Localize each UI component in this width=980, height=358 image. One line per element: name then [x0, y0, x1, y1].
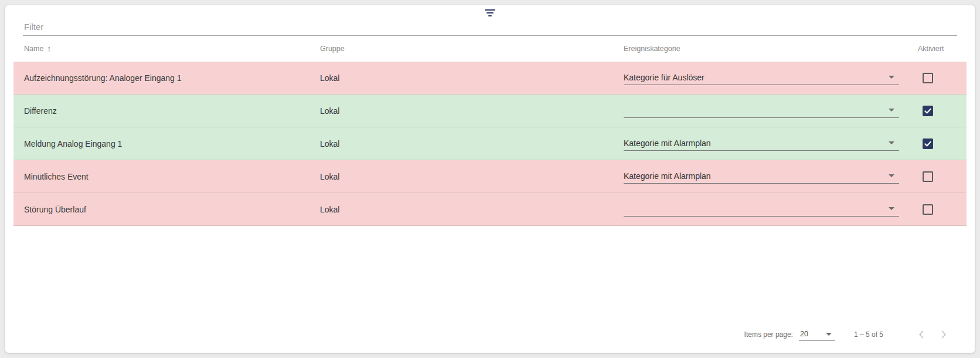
table-row: Aufzeichnungsstörung: Analoger Eingang 1…: [13, 62, 967, 94]
aktiviert-checkbox[interactable]: [923, 106, 933, 116]
column-header-name[interactable]: Name ↑: [24, 44, 320, 53]
chevron-left-icon: [915, 328, 928, 341]
paginator: Items per page: 20 1 – 5 of 5: [5, 316, 975, 353]
aktiviert-cell: [911, 171, 967, 182]
name-cell: Meldung Analog Eingang 1: [24, 139, 320, 148]
aktiviert-cell: [911, 139, 967, 149]
kategorie-cell: Kategorie mit Alarmplan: [624, 137, 911, 151]
name-cell: Minütliches Event: [24, 172, 320, 181]
chevron-down-icon: [826, 333, 832, 336]
aktiviert-cell: [911, 73, 967, 83]
table-body: Aufzeichnungsstörung: Analoger Eingang 1…: [13, 62, 967, 226]
table-row: Minütliches Event Lokal Kategorie mit Al…: [13, 160, 967, 193]
select-value: Kategorie mit Alarmplan: [624, 170, 899, 183]
table-row: Meldung Analog Eingang 1 Lokal Kategorie…: [13, 127, 967, 160]
ereigniskategorie-select[interactable]: Kategorie für Auslöser: [624, 71, 899, 85]
gruppe-cell: Lokal: [320, 205, 624, 214]
chevron-down-icon: [889, 174, 894, 177]
table-card: Name ↑ Gruppe Ereigniskategorie Aktivier…: [5, 5, 975, 353]
check-icon: [924, 140, 932, 148]
chevron-down-icon: [889, 109, 894, 112]
next-page-button[interactable]: [933, 323, 955, 346]
column-header-ereigniskategorie[interactable]: Ereigniskategorie: [624, 45, 911, 53]
aktiviert-checkbox[interactable]: [923, 171, 933, 182]
range-label: 1 – 5 of 5: [854, 330, 883, 339]
name-cell: Differenz: [24, 106, 320, 116]
page-size-select[interactable]: 20: [799, 328, 835, 341]
toolbar: [5, 5, 975, 18]
kategorie-cell: Kategorie für Auslöser: [624, 71, 911, 85]
chevron-down-icon: [889, 207, 894, 210]
column-label: Aktiviert: [918, 45, 944, 53]
ereigniskategorie-select[interactable]: [624, 202, 899, 217]
items-per-page-label: Items per page:: [744, 330, 793, 339]
kategorie-cell: Kategorie mit Alarmplan: [624, 170, 911, 184]
name-cell: Aufzeichnungsstörung: Analoger Eingang 1: [24, 73, 320, 83]
ereigniskategorie-select[interactable]: [624, 104, 899, 118]
select-value: Kategorie für Auslöser: [624, 71, 899, 84]
gruppe-cell: Lokal: [320, 139, 624, 148]
aktiviert-cell: [911, 106, 967, 116]
column-label: Ereigniskategorie: [624, 45, 680, 53]
kategorie-cell: [624, 104, 911, 118]
aktiviert-cell: [911, 204, 967, 215]
select-value: Kategorie mit Alarmplan: [624, 137, 899, 150]
table-row: Störung Überlauf Lokal: [13, 193, 967, 226]
aktiviert-checkbox[interactable]: [923, 204, 933, 215]
aktiviert-checkbox[interactable]: [923, 139, 933, 149]
name-cell: Störung Überlauf: [24, 205, 320, 214]
aktiviert-checkbox[interactable]: [923, 73, 933, 83]
check-icon: [924, 107, 932, 115]
empty-space: [5, 226, 975, 316]
column-label: Gruppe: [320, 45, 345, 53]
previous-page-button[interactable]: [910, 323, 933, 346]
filter-list-icon[interactable]: [484, 9, 496, 17]
column-label: Name: [24, 45, 43, 53]
chevron-right-icon: [937, 328, 950, 341]
sort-asc-icon: ↑: [47, 44, 51, 53]
gruppe-cell: Lokal: [320, 73, 624, 83]
page-size-value: 20: [799, 330, 808, 338]
table-header: Name ↑ Gruppe Ereigniskategorie Aktivier…: [13, 36, 967, 62]
table-row: Differenz Lokal: [13, 94, 967, 127]
chevron-down-icon: [889, 141, 894, 144]
chevron-down-icon: [889, 76, 894, 79]
gruppe-cell: Lokal: [320, 106, 624, 116]
ereigniskategorie-select[interactable]: Kategorie mit Alarmplan: [624, 137, 899, 151]
column-header-aktiviert[interactable]: Aktiviert: [911, 45, 967, 53]
filter-field: [23, 21, 957, 36]
column-header-gruppe[interactable]: Gruppe: [320, 45, 624, 53]
filter-input[interactable]: [23, 21, 957, 36]
kategorie-cell: [624, 202, 911, 217]
gruppe-cell: Lokal: [320, 172, 624, 181]
ereigniskategorie-select[interactable]: Kategorie mit Alarmplan: [624, 170, 899, 184]
